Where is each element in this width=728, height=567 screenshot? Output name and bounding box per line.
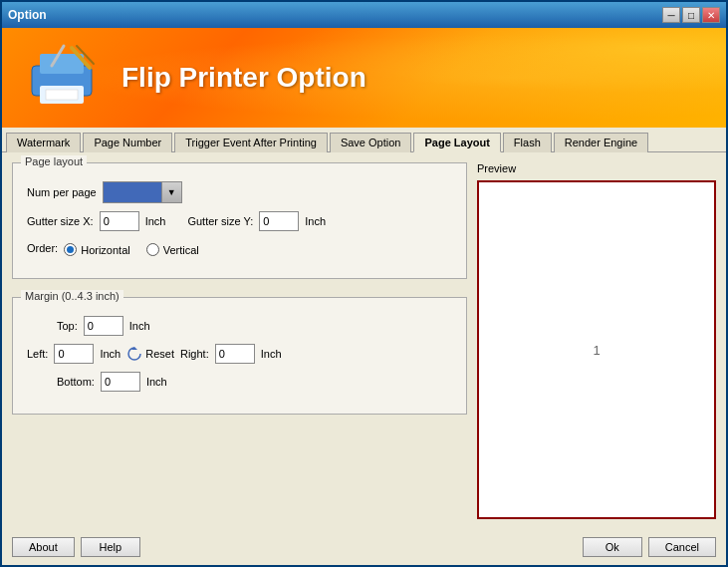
top-unit: Inch [129,320,150,332]
order-label: Order: [27,242,58,254]
num-per-page-label: Num per page [27,186,97,198]
right-panel: Preview 1 [477,162,716,519]
tab-flash[interactable]: Flash [503,133,552,152]
left-panel: Page layout Num per page ▼ Gutter size X… [12,162,467,519]
bottom-label: Bottom: [57,376,95,388]
preview-label: Preview [477,162,716,174]
window: Option ─ □ ✕ Flip Printer Option [0,0,728,567]
num-per-page-row: Num per page ▼ [27,181,452,203]
vertical-label: Vertical [163,244,199,256]
tab-save-option[interactable]: Save Option [330,133,412,152]
horizontal-option[interactable]: Horizontal [64,243,130,256]
bottom-row: Bottom: Inch [27,372,452,392]
dropdown-arrow-icon[interactable]: ▼ [161,182,181,202]
bottom-bar: About Help Ok Cancel [2,529,726,565]
preview-page-number: 1 [593,343,600,358]
tab-page-number[interactable]: Page Number [83,133,172,152]
num-per-page-dropdown[interactable]: ▼ [103,181,182,203]
cancel-button[interactable]: Cancel [648,537,716,557]
content-area: Page layout Num per page ▼ Gutter size X… [12,162,716,519]
vertical-option[interactable]: Vertical [146,243,199,256]
svg-rect-1 [40,54,84,74]
reset-button[interactable]: Reset [126,346,174,362]
top-row: Top: Inch [27,316,452,336]
tab-render-engine[interactable]: Render Engine [554,133,648,152]
margin-group-title: Margin (0..4.3 inch) [21,290,123,302]
gutter-y-input[interactable] [259,211,299,231]
gutter-y-unit: Inch [305,215,326,227]
gutter-y-label: Gutter size Y: [187,215,253,227]
maximize-button[interactable]: □ [682,7,700,23]
reset-icon [126,346,142,362]
left-input[interactable] [54,344,94,364]
gutter-x-row: Gutter size X: Inch Gutter size Y: Inch [27,211,452,231]
horizontal-label: Horizontal [81,244,130,256]
tab-bar: Watermark Page Number Trigger Event Afte… [2,128,726,152]
bottom-input[interactable] [101,372,140,392]
minimize-button[interactable]: ─ [662,7,680,23]
right-unit: Inch [261,348,282,360]
horizontal-radio[interactable] [64,243,77,256]
help-button[interactable]: Help [81,537,140,557]
header-banner: Flip Printer Option [2,28,726,128]
window-title: Option [8,8,47,22]
order-row: Order: Horizontal Vertical [27,239,452,256]
title-bar-controls: ─ □ ✕ [662,7,720,23]
gutter-x-input[interactable] [100,211,139,231]
page-layout-group-title: Page layout [21,155,87,167]
title-bar: Option ─ □ ✕ [2,2,726,28]
header-title: Flip Printer Option [121,62,366,94]
dropdown-value [104,182,161,202]
margin-group: Margin (0..4.3 inch) Top: Inch Left: Inc… [12,297,467,415]
vertical-radio[interactable] [146,243,159,256]
svg-rect-3 [46,90,78,100]
tab-page-layout[interactable]: Page Layout [413,133,500,152]
reset-label: Reset [145,348,174,360]
close-button[interactable]: ✕ [702,7,720,23]
right-label: Right: [180,348,209,360]
tab-watermark[interactable]: Watermark [6,133,81,152]
left-label: Left: [27,348,48,360]
bottom-left-buttons: About Help [12,537,140,557]
gutter-x-unit: Inch [145,215,166,227]
top-label: Top: [57,320,78,332]
about-button[interactable]: About [12,537,75,557]
preview-box: 1 [477,180,716,519]
order-radio-group: Horizontal Vertical [64,243,199,256]
printer-icon [22,38,102,118]
bottom-unit: Inch [146,376,167,388]
bottom-right-buttons: Ok Cancel [583,537,716,557]
gutter-x-label: Gutter size X: [27,215,94,227]
tab-trigger-event[interactable]: Trigger Event After Printing [174,133,328,152]
left-unit: Inch [100,348,121,360]
right-input[interactable] [215,344,255,364]
left-right-row: Left: Inch Reset Right: [27,344,452,364]
page-layout-group: Page layout Num per page ▼ Gutter size X… [12,162,467,279]
top-input[interactable] [84,316,123,336]
main-content: Page layout Num per page ▼ Gutter size X… [2,152,726,529]
ok-button[interactable]: Ok [583,537,642,557]
